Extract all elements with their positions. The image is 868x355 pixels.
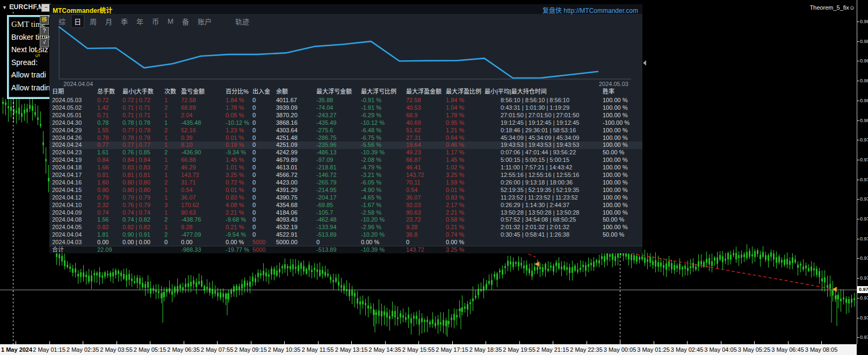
- table-row[interactable]: 2024.04.120.790.79 | 0.79136.070.83 %043…: [49, 194, 642, 202]
- table-cell: 0.77 | 0.78: [122, 127, 150, 134]
- table-cell: -10.12 %: [361, 119, 385, 127]
- table-cell: 0.83 %: [446, 194, 464, 202]
- table-cell: -146.72: [316, 172, 336, 179]
- time-label: 2 May 10:35: [268, 346, 301, 353]
- table-row[interactable]: 2024.04.300.780.78 | 0.781-435.48-10.12 …: [49, 119, 642, 127]
- panel-collapse-arrow-icon[interactable]: [643, 60, 646, 66]
- table-cell: 52.16: [181, 127, 196, 134]
- table-cell: 0.76 | 0.79: [122, 202, 150, 209]
- price-label: 0.97: [860, 137, 868, 143]
- table-cell: -10.12 %: [226, 119, 249, 127]
- table-row[interactable]: 2024.04.181.660.83 | 0.83246.291.01 %046…: [49, 164, 642, 172]
- table-cell: 100.00 %: [603, 134, 627, 142]
- table-cell: 1: [164, 187, 168, 194]
- table-cell: 36.07: [181, 194, 196, 202]
- column-header: 总手数: [97, 87, 115, 95]
- table-row[interactable]: 2024.04.090.740.74 | 0.74190.632.21 %041…: [49, 209, 642, 217]
- current-price-tag: 0.97: [857, 286, 868, 293]
- time-label: 2 May 03:55: [100, 346, 133, 353]
- table-cell: 4423.00: [276, 179, 298, 187]
- table-row[interactable]: 2024.04.050.820.82 | 0.8219.280.21 %0453…: [49, 224, 642, 231]
- table-cell: 0.71: [97, 112, 108, 119]
- table-row[interactable]: 2024.05.010.710.71 | 0.7112.040.05 %0387…: [49, 112, 642, 119]
- table-cell: 0.79: [97, 194, 108, 202]
- table-cell: -2.96 %: [361, 224, 381, 231]
- table-cell: -100.00 %: [603, 119, 630, 127]
- time-axis[interactable]: 1 May 20242 May 01:152 May 02:352 May 03…: [0, 344, 857, 355]
- stats-table-header: 日期总手数最小|大手数次数盈亏金额百分比%出入金余额最大浮亏金额最大浮亏比例最大…: [49, 87, 642, 95]
- table-cell: 2: [164, 164, 168, 172]
- table-row[interactable]: 2024.04.081.560.74 | 0.822-438.76-9.68 %…: [49, 216, 642, 224]
- table-cell: 2024.04.16: [52, 179, 82, 187]
- table-row[interactable]: 2024.04.041.810.90 | 0.912-477.09-9.54 %…: [49, 231, 642, 239]
- ea-tool-button[interactable]: 移: [40, 16, 49, 25]
- table-row[interactable]: 2024.04.030.000.00 | 0.0000.000.00 %5000…: [49, 239, 642, 246]
- table-cell: 2: [164, 216, 168, 224]
- table-row[interactable]: 2024.04.150.800.80 | 0.8010.540.01 %0439…: [49, 187, 642, 194]
- table-cell: 0.74 %: [446, 231, 464, 239]
- table-row[interactable]: 2024.04.231.610.76 | 0.852-436.90-9.34 %…: [49, 149, 642, 157]
- table-cell: 19.64: [406, 141, 421, 149]
- table-cell: 2024.04.03: [52, 239, 82, 246]
- table-cell: 9.28: [406, 224, 417, 231]
- table-row[interactable]: 2024.05.021.420.71 | 0.71268.891.78 %039…: [49, 104, 642, 112]
- total-cell: 22.09: [97, 246, 112, 253]
- table-row[interactable]: 2024.04.190.840.84 | 0.84166.881.45 %046…: [49, 157, 642, 164]
- table-cell: 68.9: [406, 112, 417, 119]
- column-header: 出入金: [252, 87, 270, 95]
- chevron-down-icon[interactable]: ▼: [2, 5, 7, 10]
- table-cell: -265.79: [316, 179, 336, 187]
- table-cell: 8.10: [181, 141, 192, 149]
- table-cell: 19:43:53 | 19:43:53 | 19:43:53: [501, 141, 579, 149]
- table-row[interactable]: 2024.04.170.810.81 | 0.811143.723.25 %04…: [49, 172, 642, 179]
- smiley-icon[interactable]: ☺: [849, 4, 855, 11]
- time-label: 3 May 02:45: [671, 346, 704, 353]
- table-cell: 1.01 %: [226, 164, 244, 172]
- table-row[interactable]: 2024.04.161.600.80 | 0.80231.710.72 %044…: [49, 179, 642, 187]
- table-cell: -462.48: [316, 216, 336, 224]
- table-cell: 0: [252, 209, 256, 217]
- table-row[interactable]: 2024.05.030.720.72 | 0.72172.581.84 %040…: [49, 97, 642, 104]
- table-cell: -3.21 %: [361, 172, 381, 179]
- table-cell: 170.62: [181, 202, 199, 209]
- time-tick: [754, 341, 755, 344]
- table-cell: 0: [252, 141, 256, 149]
- table-cell: 40.69: [406, 119, 421, 127]
- table-cell: -275.6: [316, 127, 333, 134]
- table-cell: 2: [164, 231, 168, 239]
- ea-tool-button[interactable]: ?: [40, 27, 49, 36]
- info-line: Allow tradin: [11, 83, 50, 92]
- table-cell: 23.72: [406, 216, 421, 224]
- table-cell: 3: [164, 202, 168, 209]
- table-cell: 0.72 | 0.72: [122, 97, 150, 104]
- balance-sparkline: [49, 4, 642, 85]
- table-cell: 0: [252, 104, 256, 112]
- price-tick: [857, 160, 859, 160]
- price-label: 0.98: [860, 58, 868, 63]
- table-row[interactable]: 2024.04.102.320.76 | 0.793170.624.08 %04…: [49, 202, 642, 209]
- table-cell: 100.00 %: [603, 157, 627, 164]
- price-tick: [857, 278, 859, 279]
- table-row[interactable]: 2024.04.291.550.77 | 0.78252.161.23 %043…: [49, 127, 642, 134]
- table-cell: 0.77: [97, 141, 108, 149]
- price-axis[interactable]: 0.980.980.980.980.980.980.970.970.970.97…: [857, 0, 868, 344]
- table-cell: 0: [252, 194, 256, 202]
- table-cell: 0: [252, 216, 256, 224]
- time-label: 2 May 14:35: [368, 346, 401, 353]
- table-cell: -10.20 %: [361, 216, 385, 224]
- table-row[interactable]: 2024.04.240.770.77 | 0.7718.100.19 %0425…: [49, 141, 642, 149]
- time-tick: [620, 341, 620, 344]
- table-cell: 0:57:52 | 34:54:08 | 68:50:25: [501, 216, 576, 224]
- table-cell: -486.13: [316, 149, 336, 157]
- table-cell: 0.00 %: [361, 239, 379, 246]
- table-row[interactable]: 2024.04.260.780.78 | 0.7810.390.01 %0425…: [49, 134, 642, 142]
- price-label: 0.97: [860, 295, 868, 301]
- table-cell: 0.19 %: [226, 141, 244, 149]
- table-cell: 0: [252, 224, 256, 231]
- table-cell: 0.80: [97, 187, 108, 194]
- table-cell: 4.08 %: [226, 202, 244, 209]
- column-header: 最小|平均|最大持仓时间: [484, 87, 547, 95]
- table-cell: 8:56:10 | 8:56:10 | 8:56:10: [501, 97, 569, 104]
- ea-tool-button[interactable]: √: [40, 38, 49, 47]
- table-cell: 0:18:46 | 29:36:01 | 58:53:16: [501, 127, 576, 134]
